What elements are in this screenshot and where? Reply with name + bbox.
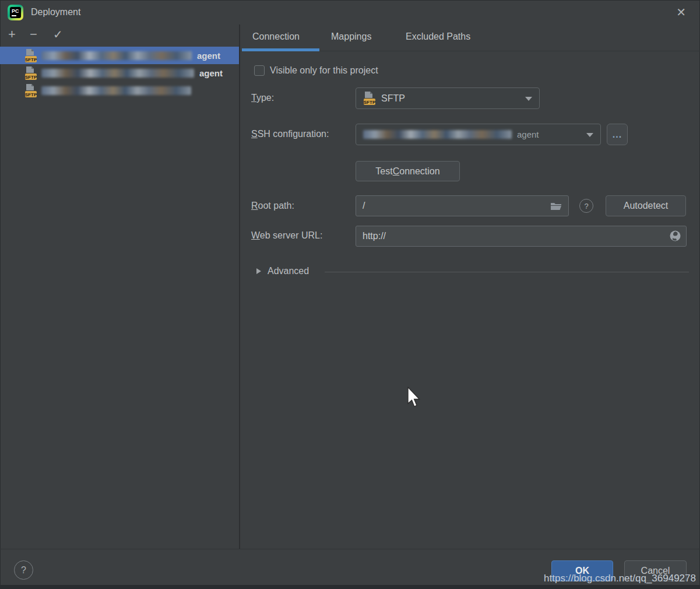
add-server-button[interactable]: +: [8, 29, 16, 40]
chevron-down-icon: [525, 97, 532, 101]
active-tab-underline: [242, 48, 319, 51]
redacted-ssh-config: [363, 130, 512, 139]
ssh-config-select[interactable]: agent: [356, 124, 601, 145]
deployment-dialog: PC Deployment ✕ + − ✓ SFTP agent SFTP ag…: [0, 0, 700, 589]
type-select[interactable]: SFTP SFTP: [356, 87, 540, 109]
dialog-help-button[interactable]: ?: [14, 560, 33, 580]
server-item[interactable]: SFTP agent: [0, 64, 239, 82]
browse-ssh-configs-button[interactable]: ...: [607, 124, 628, 145]
footer-divider: [0, 549, 700, 549]
redacted-server-name: [41, 86, 191, 95]
tab-mappings[interactable]: Mappings: [331, 31, 371, 42]
chevron-down-icon: [586, 133, 593, 137]
panel-divider: [239, 24, 240, 549]
redacted-server-name: [41, 51, 192, 60]
pycharm-logo-icon: PC: [8, 5, 23, 20]
test-connection-label-rest: onnection: [399, 166, 439, 177]
type-select-value: SFTP: [381, 93, 405, 104]
title-bar: PC Deployment ✕: [0, 0, 700, 24]
advanced-toggle[interactable]: Advanced: [268, 266, 309, 276]
test-connection-label: Test: [375, 166, 392, 177]
tab-excluded-paths[interactable]: Excluded Paths: [406, 31, 470, 42]
sftp-server-icon: SFTP: [24, 48, 37, 63]
advanced-expand-icon[interactable]: [256, 268, 261, 274]
close-icon[interactable]: ✕: [676, 5, 686, 19]
mouse-cursor: [407, 387, 422, 410]
tab-connection[interactable]: Connection: [252, 31, 300, 42]
ssh-config-suffix: agent: [517, 129, 539, 139]
svg-text:SFTP: SFTP: [25, 92, 37, 97]
svg-text:SFTP: SFTP: [25, 75, 37, 80]
visible-only-checkbox[interactable]: [254, 65, 265, 76]
sftp-server-icon: SFTP: [24, 83, 37, 98]
type-label: Type:: [251, 92, 274, 104]
root-path-input[interactable]: [356, 195, 569, 216]
root-path-help-icon[interactable]: ?: [579, 199, 593, 213]
folder-browse-icon[interactable]: [550, 201, 562, 211]
server-item[interactable]: SFTP: [0, 82, 239, 99]
test-connection-mnemonic: C: [393, 166, 400, 177]
autodetect-button[interactable]: Autodetect: [606, 195, 686, 216]
advanced-divider: [325, 272, 689, 272]
window-title: Deployment: [31, 7, 80, 17]
use-as-default-button[interactable]: ✓: [53, 29, 63, 40]
redacted-server-name: [41, 69, 194, 78]
sftp-type-icon: SFTP: [363, 91, 376, 106]
watermark: https://blog.csdn.net/qq_36949278: [544, 573, 696, 584]
server-name-suffix: agent: [197, 51, 220, 61]
test-connection-button[interactable]: Test Connection: [356, 161, 460, 181]
web-server-url-input[interactable]: [356, 226, 687, 247]
sftp-server-icon: SFTP: [24, 66, 37, 80]
visible-only-label: Visible only for this project: [270, 65, 378, 76]
web-server-url-label: Web server URL:: [251, 230, 322, 241]
root-path-label: Root path:: [251, 200, 294, 212]
server-name-suffix: agent: [199, 68, 223, 78]
ssh-config-label: SSH configuration:: [251, 128, 329, 140]
svg-text:SFTP: SFTP: [364, 100, 376, 105]
remove-server-button[interactable]: −: [30, 29, 37, 40]
window-bottom-edge: [0, 585, 700, 589]
server-item-selected[interactable]: SFTP agent: [0, 47, 239, 64]
globe-icon: [669, 230, 681, 242]
svg-text:SFTP: SFTP: [25, 57, 37, 62]
